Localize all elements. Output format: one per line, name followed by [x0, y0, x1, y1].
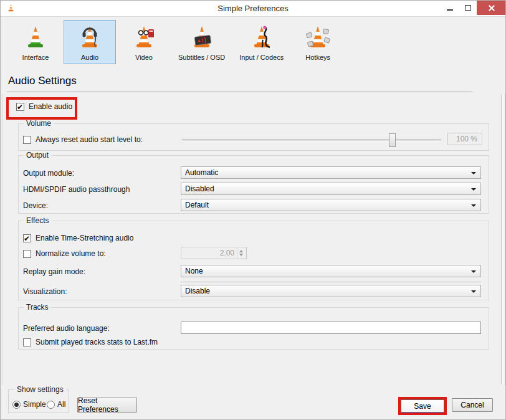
- close-button[interactable]: [477, 1, 505, 15]
- replay-gain-label: Replay gain mode:: [23, 267, 85, 276]
- spinner-arrows-icon: [237, 248, 245, 258]
- visualization-label: Visualization:: [23, 287, 67, 296]
- tab-label: Hotkeys: [305, 54, 330, 61]
- interface-cone-icon: [22, 23, 49, 50]
- hotkeys-keys-icon: [304, 23, 332, 50]
- tab-label: Video: [135, 54, 153, 61]
- chevron-down-icon: [471, 172, 476, 174]
- tab-video[interactable]: Video: [118, 20, 170, 64]
- page-title: Audio Settings: [8, 75, 77, 87]
- subtitles-sign-icon: [188, 23, 216, 50]
- volume-group: Volume Always reset audio start level to…: [18, 123, 489, 151]
- content-frame-edge: [2, 94, 3, 384]
- chevron-down-icon: [471, 270, 476, 273]
- output-module-dropdown[interactable]: Automatic: [181, 166, 481, 179]
- output-module-value: Automatic: [185, 168, 218, 177]
- volume-slider[interactable]: [182, 133, 441, 147]
- reset-level-label[interactable]: Always reset audio start level to:: [36, 135, 143, 144]
- visualization-dropdown[interactable]: Disable: [181, 285, 481, 297]
- normalize-volume-checkbox[interactable]: [23, 250, 31, 258]
- maximize-icon: [465, 5, 471, 11]
- replay-gain-dropdown[interactable]: None: [181, 265, 481, 277]
- hdmi-passthrough-value: Disabled: [185, 184, 214, 193]
- show-settings-title: Show settings: [14, 386, 66, 394]
- close-icon: [488, 4, 495, 11]
- output-group: Output Output module: Automatic HDMI/SPD…: [18, 155, 489, 214]
- minimize-icon: [447, 9, 453, 11]
- preferences-toolbar: Interface Audio Video: [9, 20, 346, 64]
- lastfm-label[interactable]: Submit played tracks stats to Last.fm: [36, 338, 158, 346]
- minimize-button[interactable]: [441, 1, 459, 15]
- simple-radio[interactable]: [12, 401, 21, 409]
- audio-headphones-icon: [76, 23, 103, 50]
- maximize-button[interactable]: [459, 1, 477, 15]
- radio-all-row: All: [47, 400, 65, 409]
- heading-divider: [7, 92, 472, 92]
- replay-gain-value: None: [185, 267, 203, 275]
- time-stretching-row: Enable Time-Stretching audio: [23, 234, 133, 242]
- volume-level-value: 100 %: [456, 135, 477, 143]
- device-value: Default: [185, 201, 209, 209]
- enable-audio-checkbox[interactable]: [16, 103, 24, 111]
- normalize-volume-row: Normalize volume to:: [23, 249, 106, 258]
- enable-audio-label[interactable]: Enable audio: [29, 102, 72, 111]
- window-title: Simple Preferences: [1, 4, 505, 13]
- normalize-volume-label[interactable]: Normalize volume to:: [36, 249, 106, 258]
- reset-level-row: Always reset audio start level to:: [23, 135, 143, 144]
- tab-hotkeys[interactable]: Hotkeys: [292, 20, 344, 64]
- input-cables-icon: [248, 23, 275, 50]
- reset-preferences-button[interactable]: Reset Preferences: [77, 398, 137, 413]
- chevron-down-icon: [471, 290, 476, 293]
- enable-audio-row: Enable audio: [16, 102, 72, 111]
- chevron-down-icon: [471, 204, 476, 207]
- titlebar: Simple Preferences: [1, 1, 505, 17]
- device-dropdown[interactable]: Default: [181, 199, 481, 211]
- simple-radio-label[interactable]: Simple: [23, 400, 46, 409]
- tab-audio[interactable]: Audio: [64, 20, 116, 64]
- cancel-button[interactable]: Cancel: [452, 398, 493, 412]
- tab-interface[interactable]: Interface: [9, 20, 62, 64]
- lastfm-row: Submit played tracks stats to Last.fm: [23, 338, 158, 346]
- tab-label: Audio: [81, 54, 98, 61]
- vertical-scrollbar: [501, 94, 505, 384]
- simple-preferences-window: Simple Preferences Interface Audio: [0, 0, 506, 420]
- save-button[interactable]: Save: [401, 399, 444, 413]
- normalize-volume-value: 2.00: [220, 249, 234, 257]
- device-label: Device:: [23, 201, 48, 210]
- time-stretching-checkbox[interactable]: [23, 234, 31, 242]
- slider-handle[interactable]: [389, 133, 396, 147]
- effects-divider: [181, 282, 481, 282]
- video-glasses-icon: [130, 23, 158, 50]
- normalize-volume-spinbox: 2.00: [181, 247, 247, 259]
- tab-label: Interface: [22, 54, 49, 61]
- tab-subtitles-osd[interactable]: Subtitles / OSD: [172, 20, 231, 64]
- hdmi-passthrough-dropdown[interactable]: Disabled: [181, 183, 481, 195]
- tab-input-codecs[interactable]: Input / Codecs: [233, 20, 290, 64]
- reset-level-checkbox[interactable]: [23, 136, 31, 144]
- tab-label: Input / Codecs: [239, 54, 284, 61]
- slider-track[interactable]: [182, 139, 441, 141]
- chevron-down-icon: [471, 188, 476, 191]
- preferred-language-input[interactable]: [181, 322, 481, 334]
- show-settings-group: Show settings Simple All: [8, 389, 69, 413]
- radio-simple-row: Simple: [12, 400, 46, 409]
- visualization-value: Disable: [185, 287, 210, 295]
- all-radio-label[interactable]: All: [57, 400, 65, 409]
- effects-group-title: Effects: [24, 217, 51, 225]
- volume-group-title: Volume: [24, 120, 54, 128]
- output-group-title: Output: [24, 151, 51, 160]
- effects-group: Effects Enable Time-Stretching audio Nor…: [18, 221, 489, 300]
- tracks-group-title: Tracks: [24, 303, 51, 312]
- volume-level-spinbox: 100 %: [447, 133, 482, 145]
- lastfm-checkbox[interactable]: [23, 338, 31, 346]
- preferred-language-label: Preferred audio language:: [23, 324, 110, 333]
- tracks-group: Tracks Preferred audio language: Submit …: [18, 307, 489, 350]
- tab-label: Subtitles / OSD: [178, 54, 225, 61]
- output-module-label: Output module:: [23, 169, 74, 178]
- time-stretching-label[interactable]: Enable Time-Stretching audio: [36, 234, 133, 242]
- all-radio[interactable]: [47, 401, 55, 409]
- hdmi-passthrough-label: HDMI/SPDIF audio passthrough: [23, 185, 130, 194]
